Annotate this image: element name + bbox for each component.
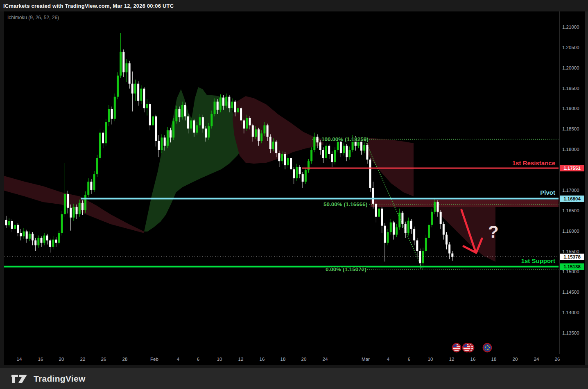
bottom-gap <box>0 365 588 368</box>
indicator-legend[interactable]: Ichimoku (9, 26, 52, 26) <box>7 15 59 20</box>
time-tick: 4 <box>177 357 179 362</box>
tradingview-logo-text[interactable]: TradingView <box>34 374 86 384</box>
time-tick: 18 <box>491 357 497 362</box>
time-tick: 16 <box>38 357 43 362</box>
time-tick: 12 <box>238 357 244 362</box>
time-tick: 26 <box>101 357 106 362</box>
price-tick: 1.14000 <box>562 310 584 315</box>
time-tick: Mar <box>362 357 370 362</box>
chart-attribution: ICmarkets created with TradingView.com, … <box>0 3 174 9</box>
time-tick: 20 <box>301 357 307 362</box>
tradingview-logo-icon[interactable] <box>11 372 29 386</box>
fib-level-label: 0.00% (1.15072) <box>326 266 366 272</box>
candlestick-chart[interactable]: 100.00% (1.18259)50.00% (1.16666)0.00% (… <box>4 12 559 354</box>
economic-event-icon-eu-flag[interactable] <box>483 344 491 352</box>
price-level-badge: 1.15138 <box>560 263 584 270</box>
time-tick: 26 <box>555 357 560 362</box>
time-tick: 28 <box>122 357 128 362</box>
time-tick: 14 <box>17 357 22 362</box>
price-level-badge: 1.17551 <box>560 165 584 171</box>
price-tick: 1.14500 <box>562 290 584 295</box>
time-tick: 24 <box>323 357 328 362</box>
time-tick: 6 <box>408 357 410 362</box>
time-tick: 10 <box>428 357 433 362</box>
price-tick: 1.19000 <box>562 106 584 111</box>
question-mark-annotation: ? <box>488 222 499 242</box>
fib-level-label: 100.00% (1.18259) <box>321 136 369 142</box>
economic-event-icon-us-flag-double[interactable] <box>463 344 474 352</box>
time-tick: 6 <box>197 357 199 362</box>
ichimoku-cloud-bull <box>144 87 246 232</box>
price-tick: 1.13500 <box>562 331 584 335</box>
price-tick: 1.15000 <box>562 269 584 274</box>
price-level-badge: 1.16804 <box>560 196 584 202</box>
time-tick: 22 <box>80 357 86 362</box>
price-tick: 1.17000 <box>562 188 584 193</box>
economic-event-icon-us-flag[interactable] <box>452 344 461 352</box>
ichimoku-cloud-bear <box>233 96 323 164</box>
footer-bar: TradingView <box>0 368 588 389</box>
price-tick: 1.21000 <box>562 25 584 29</box>
chart-pane[interactable]: 100.00% (1.18259)50.00% (1.16666)0.00% (… <box>4 11 559 354</box>
time-tick: 20 <box>59 357 64 362</box>
right-edge-strip <box>585 11 588 368</box>
ichimoku-cloud-band <box>371 200 559 207</box>
time-axis[interactable]: 141620222628Feb46101216182024Mar46101216… <box>4 354 585 366</box>
fib-level-label: 50.00% (1.16666) <box>323 201 367 207</box>
ichimoku-cloud-bear <box>366 138 414 196</box>
header-bar: ICmarkets created with TradingView.com, … <box>0 0 588 11</box>
ichimoku-cloud-bear <box>4 176 144 233</box>
resistance-label: 1st Resistance <box>473 160 555 166</box>
price-tick: 1.19500 <box>562 86 584 91</box>
tradingview-chart-window: ICmarkets created with TradingView.com, … <box>0 0 588 389</box>
pivot-label: Pivot <box>473 189 555 196</box>
time-tick: 20 <box>513 357 518 362</box>
time-tick: 16 <box>260 357 265 362</box>
price-tick: 1.18500 <box>562 126 584 131</box>
time-tick: 12 <box>449 357 455 362</box>
price-tick: 1.16000 <box>562 229 584 234</box>
time-tick: Feb <box>150 357 158 362</box>
price-axis[interactable]: 1.210001.205001.200001.195001.190001.185… <box>559 11 585 354</box>
support-label: 1st Support <box>473 257 555 264</box>
price-tick: 1.18000 <box>562 147 584 152</box>
time-tick: 24 <box>534 357 539 362</box>
time-tick: 4 <box>387 357 389 362</box>
price-tick: 1.16500 <box>562 208 584 213</box>
time-tick: 16 <box>470 357 476 362</box>
time-tick: 10 <box>217 357 222 362</box>
price-level-badge: 1.15378 <box>560 254 584 260</box>
price-tick: 1.20000 <box>562 65 584 70</box>
price-tick: 1.20500 <box>562 45 584 50</box>
time-tick: 18 <box>280 357 286 362</box>
